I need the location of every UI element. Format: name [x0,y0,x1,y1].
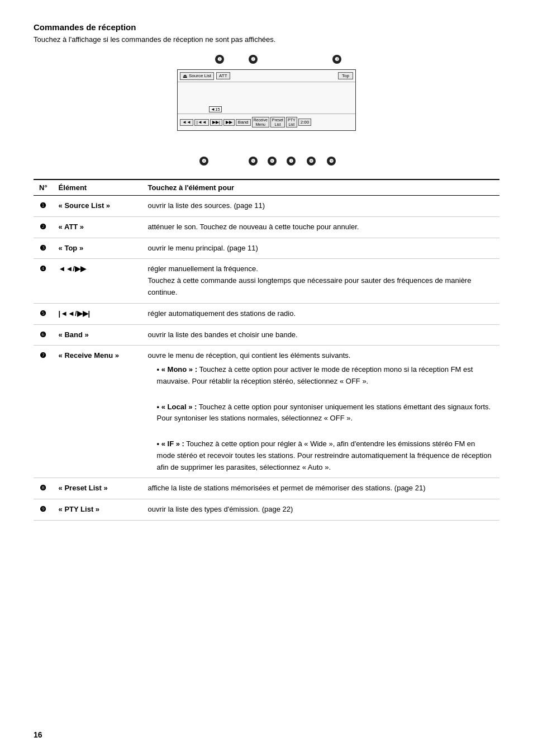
row-number: ❶ [34,196,53,217]
callout-4: ❹ [199,157,208,166]
time-display: 2:00 [298,119,312,126]
device-top-bar: ⏏ Source List ATT Top [178,70,355,82]
device-diagram: ❶ ❷ ❸ ⏏ Source List ATT Top ◄◄ |◄◄ [34,54,499,166]
att-btn[interactable]: ATT [216,72,230,79]
vol-indicator-label: ◄15 [211,107,220,112]
preset-list-btn[interactable]: PresetList [270,117,285,127]
row-action: ouvrir la liste des types d'émission. (p… [142,499,499,521]
col-header-number: N° [34,179,53,196]
band-label: Band [238,120,249,125]
row-element: « Receive Menu » [53,346,142,478]
row-element: « Band » [53,324,142,346]
row-number: ❼ [34,346,53,478]
row-element: « ATT » [53,216,142,238]
prev-btn[interactable]: |◄◄ [194,119,209,126]
row-number: ❺ [34,303,53,324]
source-icon: ⏏ [183,73,188,79]
device-box: ⏏ Source List ATT Top ◄◄ |◄◄ ▶▶| ▶▶ Band [177,69,356,131]
callout-8: ❽ [307,157,316,166]
row-number: ❸ [34,238,53,259]
callout-6: ❻ [268,157,277,166]
table-row: ❼« Receive Menu »ouvre le menu de récept… [34,346,499,478]
callout-1: ❶ [215,55,224,64]
controls-table: N° Élément Touchez à l'élément pour ❶« S… [34,179,499,521]
row-action: ouvrir le menu principal. (page 11) [142,238,499,259]
table-row: ❷« ATT »atténuer le son. Touchez de nouv… [34,216,499,238]
source-list-btn[interactable]: ⏏ Source List [180,72,214,80]
vol-indicator: ◄15 [209,106,222,112]
row-number: ❻ [34,324,53,346]
table-row: ❹◄◄/▶▶régler manuellement la fréquence.T… [34,259,499,303]
section-title: Commandes de réception [34,22,499,32]
row-number: ❷ [34,216,53,238]
page-number: 16 [34,730,42,739]
table-row: ❻« Band »ouvrir la liste des bandes et c… [34,324,499,346]
device-bottom-bar: ◄◄ |◄◄ ▶▶| ▶▶ Band ReceiveMenu PresetLis… [178,114,355,130]
rew-btn[interactable]: ◄◄ [180,119,193,126]
table-row: ❶« Source List »ouvrir la liste des sour… [34,196,499,217]
row-number: ❾ [34,499,53,521]
row-action: ouvre le menu de réception, qui contient… [142,346,499,478]
time-value: 2:00 [301,120,310,125]
callout-2: ❷ [249,55,258,64]
row-action: régler automatiquement des stations de r… [142,303,499,324]
table-row: ❺|◄◄/▶▶|régler automatiquement des stati… [34,303,499,324]
row-element: « Source List » [53,196,142,217]
att-label: ATT [219,73,227,78]
row-number: ❹ [34,259,53,303]
table-row: ❽« Preset List »affiche la liste de stat… [34,478,499,499]
next-btn[interactable]: ▶▶| [210,119,222,126]
callout-5: ❺ [249,157,258,166]
row-element: « Preset List » [53,478,142,499]
row-action: atténuer le son. Touchez de nouveau à ce… [142,216,499,238]
row-action: régler manuellement la fréquence.Touchez… [142,259,499,303]
row-element: |◄◄/▶▶| [53,303,142,324]
row-element: ◄◄/▶▶ [53,259,142,303]
row-action: affiche la liste de stations mémorisées … [142,478,499,499]
row-action: ouvrir la liste des sources. (page 11) [142,196,499,217]
pty-list-btn[interactable]: PTYList [286,117,297,127]
row-element: « Top » [53,238,142,259]
source-list-label: Source List [189,73,211,78]
receive-menu-btn[interactable]: ReceiveMenu [252,117,269,127]
callout-9: ❾ [327,157,336,166]
fwd-btn[interactable]: ▶▶ [223,119,235,126]
row-number: ❽ [34,478,53,499]
table-row: ❸« Top »ouvrir le menu principal. (page … [34,238,499,259]
top-label: Top [342,73,349,78]
col-header-action: Touchez à l'élément pour [142,179,499,196]
col-header-element: Élément [53,179,142,196]
callout-7: ❼ [287,157,296,166]
band-btn[interactable]: Band [236,119,251,126]
callout-3: ❸ [332,55,341,64]
row-element: « PTY List » [53,499,142,521]
table-row: ❾« PTY List »ouvrir la liste des types d… [34,499,499,521]
top-btn[interactable]: Top [338,72,353,79]
row-action: ouvrir la liste des bandes et choisir un… [142,324,499,346]
diagram-container: ❶ ❷ ❸ ⏏ Source List ATT Top ◄◄ |◄◄ [166,54,367,166]
section-subtitle: Touchez à l'affichage si les commandes d… [34,35,499,44]
